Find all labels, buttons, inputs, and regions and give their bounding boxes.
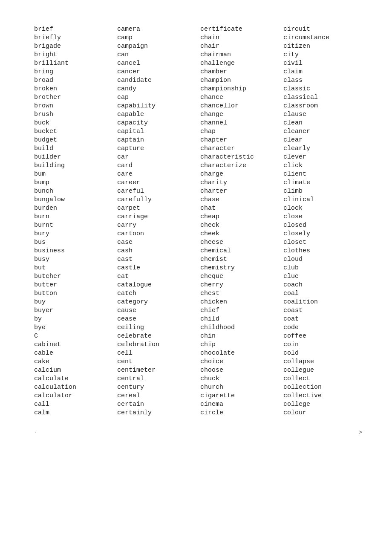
word-cell: circumstance (283, 34, 362, 41)
word-cell: bus (34, 239, 113, 246)
word-cell: character (200, 145, 279, 152)
word-cell: calm (34, 409, 113, 416)
word-cell: butter (34, 281, 113, 289)
word-cell: choice (200, 358, 279, 365)
word-cell: case (117, 239, 196, 246)
word-cell: castle (117, 264, 196, 272)
word-cell: client (283, 171, 362, 178)
word-cell: code (283, 324, 362, 331)
word-cell: chocolate (200, 350, 279, 357)
word-cell: cartoon (117, 230, 196, 237)
word-cell: clock (283, 205, 362, 212)
word-cell: characteristic (200, 153, 279, 161)
word-cell: catch (117, 290, 196, 297)
word-cell: colour (283, 409, 362, 416)
word-cell: button (34, 290, 113, 297)
word-cell: coin (283, 341, 362, 348)
word-cell: buck (34, 119, 113, 127)
word-cell: clean (283, 119, 362, 127)
word-cell: clause (283, 111, 362, 118)
word-cell: collegue (283, 367, 362, 374)
word-cell: centimeter (117, 367, 196, 374)
word-cell: calculation (34, 384, 113, 391)
word-cell: classic (283, 85, 362, 92)
word-cell: brigade (34, 43, 113, 50)
word-cell: champion (200, 77, 279, 84)
word-cell: celebration (117, 341, 196, 348)
word-cell: but (34, 264, 113, 272)
word-cell: briefly (34, 34, 113, 41)
word-cell: cat (117, 273, 196, 280)
word-cell: carpet (117, 205, 196, 212)
word-cell: careful (117, 188, 196, 195)
word-cell: chairman (200, 51, 279, 58)
word-cell: classroom (283, 102, 362, 110)
word-cell: cake (34, 358, 113, 365)
word-cell: chance (200, 94, 279, 101)
word-cell: chief (200, 307, 279, 314)
word-cell: capture (117, 145, 196, 152)
word-cell: cap (117, 94, 196, 101)
word-cell: bring (34, 68, 113, 75)
word-cell: carry (117, 222, 196, 229)
word-cell: bum (34, 171, 113, 178)
word-cell: camera (117, 26, 196, 33)
word-cell: ceiling (117, 324, 196, 331)
word-cell: closely (283, 230, 362, 237)
word-cell: child (200, 315, 279, 323)
word-cell: central (117, 375, 196, 382)
word-cell: chap (200, 128, 279, 135)
word-cell: brown (34, 102, 113, 110)
word-cell: brush (34, 111, 113, 118)
word-cell: broken (34, 85, 113, 92)
word-cell: circuit (283, 26, 362, 33)
word-cell: cold (283, 350, 362, 357)
word-cell: butcher (34, 273, 113, 280)
word-cell: college (283, 401, 362, 408)
word-cell: circle (200, 409, 279, 416)
word-cell: C (34, 332, 113, 340)
word-cell: click (283, 162, 362, 169)
word-cell: can (117, 51, 196, 58)
word-cell: chuck (200, 375, 279, 382)
word-cell: certificate (200, 26, 279, 33)
word-cell: car (117, 153, 196, 161)
word-cell: certainly (117, 409, 196, 416)
word-cell: business (34, 247, 113, 254)
word-cell: cloud (283, 256, 362, 263)
word-cell: chemistry (200, 264, 279, 272)
word-cell: capacity (117, 119, 196, 127)
word-cell: cleaner (283, 128, 362, 135)
word-cell: cancel (117, 60, 196, 67)
word-cell: championship (200, 85, 279, 92)
word-cell: budget (34, 136, 113, 144)
word-cell: chin (200, 332, 279, 340)
word-cell: carefully (117, 196, 196, 203)
word-cell: civil (283, 60, 362, 67)
word-cell: building (34, 162, 113, 169)
word-cell: burnt (34, 222, 113, 229)
word-cell: campaign (117, 43, 196, 50)
word-grid: briefcameracertificatecircuitbrieflycamp… (34, 26, 362, 416)
word-cell: choose (200, 367, 279, 374)
word-cell: chicken (200, 298, 279, 306)
word-cell: chase (200, 196, 279, 203)
word-cell: brief (34, 26, 113, 33)
word-cell: carriage (117, 213, 196, 220)
word-cell: burden (34, 205, 113, 212)
word-cell: brother (34, 94, 113, 101)
word-cell: charity (200, 179, 279, 186)
word-cell: cause (117, 307, 196, 314)
word-cell: chapter (200, 136, 279, 144)
word-cell: chat (200, 205, 279, 212)
footer-next[interactable]: > (359, 429, 362, 436)
word-cell: city (283, 51, 362, 58)
word-cell: cash (117, 247, 196, 254)
word-cell: collective (283, 392, 362, 399)
word-cell: cast (117, 256, 196, 263)
word-cell: closet (283, 239, 362, 246)
word-cell: climate (283, 179, 362, 186)
word-cell: career (117, 179, 196, 186)
footer-dot: · (34, 429, 37, 436)
word-cell: cheque (200, 273, 279, 280)
